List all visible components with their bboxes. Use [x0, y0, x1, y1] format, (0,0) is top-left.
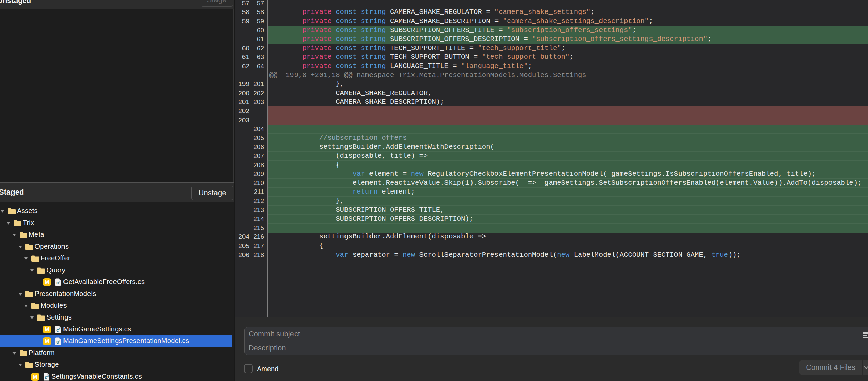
svg-text:#: #: [59, 327, 60, 330]
svg-text:#: #: [47, 374, 49, 378]
svg-text:#: #: [59, 280, 60, 283]
svg-text:#: #: [59, 339, 60, 342]
